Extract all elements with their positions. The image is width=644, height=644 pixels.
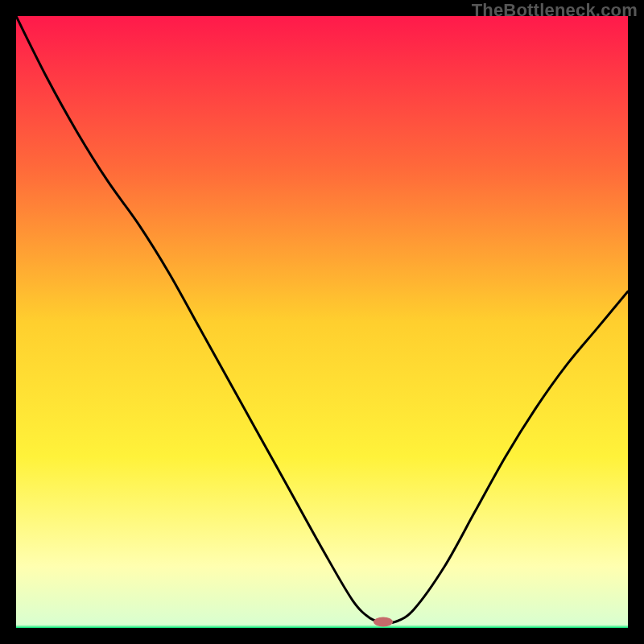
minimum-marker [374,617,393,626]
gradient-background [16,16,628,628]
bottleneck-chart [16,16,628,628]
chart-frame: TheBottleneck.com [0,0,644,644]
plot-area [16,16,628,628]
